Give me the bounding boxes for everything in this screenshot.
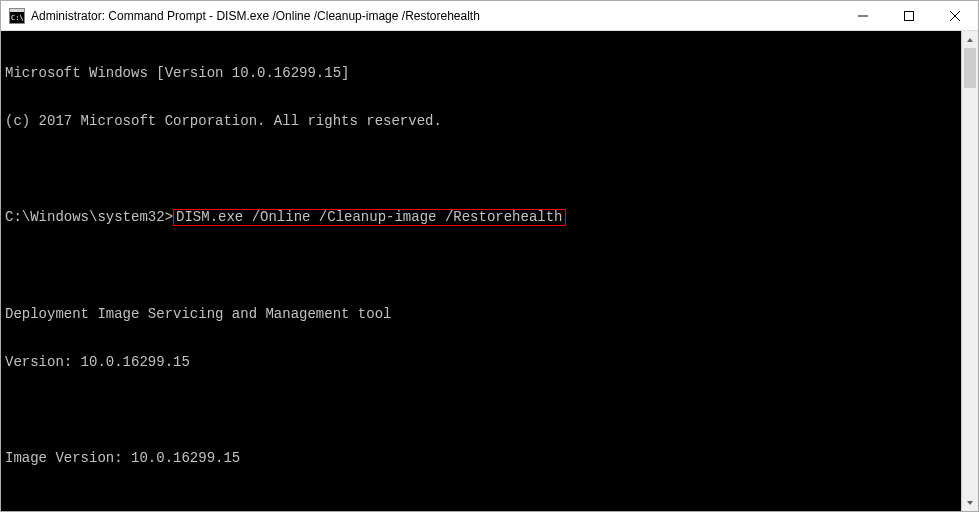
svg-rect-5 (905, 12, 914, 21)
cmd-icon: C:\ (9, 8, 25, 24)
scroll-up-button[interactable] (962, 31, 978, 48)
close-button[interactable] (932, 1, 978, 31)
tool-name-line: Deployment Image Servicing and Managemen… (5, 306, 961, 322)
maximize-button[interactable] (886, 1, 932, 31)
os-version-line: Microsoft Windows [Version 10.0.16299.15… (5, 65, 961, 81)
scrollbar-thumb[interactable] (964, 48, 976, 88)
titlebar[interactable]: C:\ Administrator: Command Prompt - DISM… (1, 1, 978, 31)
command-highlight: DISM.exe /Online /Cleanup-image /Restore… (173, 209, 565, 226)
svg-marker-9 (967, 501, 973, 505)
window-controls (840, 1, 978, 30)
svg-marker-8 (967, 38, 973, 42)
scrollbar-track[interactable] (962, 48, 978, 494)
vertical-scrollbar[interactable] (961, 31, 978, 511)
svg-text:C:\: C:\ (11, 14, 24, 22)
console-output[interactable]: Microsoft Windows [Version 10.0.16299.15… (1, 31, 961, 511)
prompt-line: C:\Windows\system32>DISM.exe /Online /Cl… (5, 209, 961, 226)
minimize-button[interactable] (840, 1, 886, 31)
window-title: Administrator: Command Prompt - DISM.exe… (31, 9, 840, 23)
image-version-line: Image Version: 10.0.16299.15 (5, 450, 961, 466)
prompt-text: C:\Windows\system32> (5, 209, 173, 225)
console-area: Microsoft Windows [Version 10.0.16299.15… (1, 31, 978, 511)
copyright-line: (c) 2017 Microsoft Corporation. All righ… (5, 113, 961, 129)
scroll-down-button[interactable] (962, 494, 978, 511)
tool-version-line: Version: 10.0.16299.15 (5, 354, 961, 370)
